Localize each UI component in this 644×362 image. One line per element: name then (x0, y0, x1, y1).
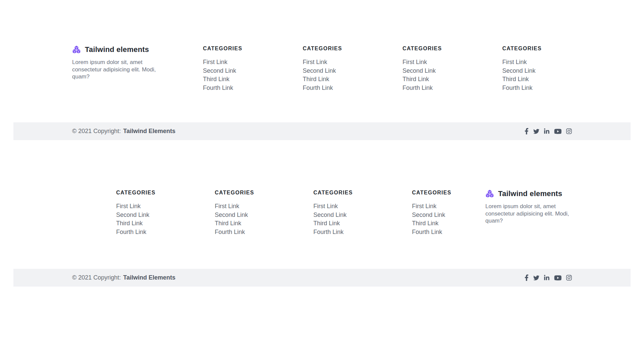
category-link-third[interactable]: Third Link (215, 220, 241, 227)
category-link-fourth[interactable]: Fourth Link (402, 84, 433, 91)
category-link-fourth[interactable]: Fourth Link (303, 84, 333, 91)
copyright-text: © 2021 Copyright:Tailwind Elements (72, 128, 175, 135)
category-link-second[interactable]: Second Link (412, 212, 445, 218)
list-item: Fourth Link (502, 84, 542, 93)
list-item: Second Link (402, 67, 442, 75)
categories-heading: CATEGORIES (203, 45, 243, 52)
facebook-icon[interactable] (525, 275, 529, 281)
footer-brand-right: CATEGORIES First Link Second Link Third … (0, 140, 644, 287)
category-link-second[interactable]: Second Link (203, 67, 236, 74)
facebook-icon[interactable] (525, 128, 529, 134)
list-item: Second Link (215, 211, 254, 220)
instagram-icon[interactable] (566, 275, 572, 281)
category-link-first[interactable]: First Link (502, 59, 527, 65)
category-link-first[interactable]: First Link (116, 203, 141, 209)
category-link-third[interactable]: Third Link (502, 76, 529, 82)
list-item: Third Link (203, 75, 243, 84)
brand-block: Tailwind elements Lorem ipsum dolor sit,… (485, 189, 572, 225)
list-item: First Link (402, 58, 442, 67)
categories-column: CATEGORIES First Link Second Link Third … (203, 45, 243, 92)
youtube-icon[interactable] (554, 275, 562, 281)
category-link-first[interactable]: First Link (215, 203, 239, 209)
list-item: Third Link (502, 75, 542, 84)
categories-column: CATEGORIES First Link Second Link Third … (116, 189, 156, 236)
category-link-fourth[interactable]: Fourth Link (215, 229, 245, 235)
youtube-icon[interactable] (554, 128, 562, 135)
list-item: First Link (215, 202, 254, 211)
linkedin-icon[interactable] (544, 128, 549, 134)
company-link[interactable]: Tailwind Elements (123, 274, 175, 281)
list-item: Fourth Link (303, 84, 342, 93)
list-item: First Link (502, 58, 542, 67)
list-item: Fourth Link (402, 84, 442, 93)
categories-heading: CATEGORIES (502, 45, 542, 52)
cubes-icon (72, 45, 81, 54)
category-link-third[interactable]: Third Link (203, 76, 229, 82)
list-item: Second Link (303, 67, 342, 75)
category-link-third[interactable]: Third Link (412, 220, 438, 227)
category-link-second[interactable]: Second Link (402, 67, 436, 74)
categories-heading: CATEGORIES (303, 45, 342, 52)
category-link-fourth[interactable]: Fourth Link (502, 84, 532, 91)
cubes-icon (485, 189, 494, 198)
category-link-fourth[interactable]: Fourth Link (313, 229, 343, 235)
list-item: Fourth Link (116, 228, 156, 237)
brand-name: Tailwind elements (85, 45, 149, 54)
copyright-prefix: © 2021 Copyright: (72, 274, 121, 281)
linkedin-icon[interactable] (544, 275, 549, 281)
category-link-fourth[interactable]: Fourth Link (116, 229, 146, 235)
category-link-fourth[interactable]: Fourth Link (203, 84, 233, 91)
categories-column: CATEGORIES First Link Second Link Third … (313, 189, 353, 236)
twitter-icon[interactable] (533, 275, 539, 281)
categories-column: CATEGORIES First Link Second Link Third … (303, 45, 342, 92)
categories-column: CATEGORIES First Link Second Link Third … (215, 189, 254, 236)
categories-heading: CATEGORIES (313, 189, 353, 196)
list-item: Second Link (412, 211, 451, 220)
list-item: Fourth Link (215, 228, 254, 237)
social-links (525, 128, 572, 135)
list-item: Second Link (203, 67, 243, 75)
category-link-third[interactable]: Third Link (116, 220, 143, 227)
category-link-second[interactable]: Second Link (502, 67, 535, 74)
list-item: Third Link (313, 219, 353, 228)
list-item: First Link (116, 202, 156, 211)
footer-brand-left: Tailwind elements Lorem ipsum dolor sit,… (0, 0, 644, 140)
brand-block: Tailwind elements Lorem ipsum dolor sit,… (72, 45, 159, 80)
categories-column: CATEGORIES First Link Second Link Third … (402, 45, 442, 92)
list-item: Third Link (215, 219, 254, 228)
category-link-first[interactable]: First Link (203, 59, 227, 65)
list-item: Fourth Link (313, 228, 353, 237)
category-link-first[interactable]: First Link (303, 59, 327, 65)
category-link-third[interactable]: Third Link (303, 76, 329, 82)
list-item: Second Link (313, 211, 353, 220)
brand-description: Lorem ipsum dolor sit, amet consectetur … (72, 59, 158, 80)
categories-heading: CATEGORIES (215, 189, 254, 196)
copyright-bar: © 2021 Copyright:Tailwind Elements (13, 269, 631, 287)
category-link-second[interactable]: Second Link (303, 67, 336, 74)
category-link-first[interactable]: First Link (412, 203, 436, 209)
brand-description: Lorem ipsum dolor sit, amet consectetur … (485, 203, 571, 225)
category-link-second[interactable]: Second Link (215, 212, 248, 218)
company-link[interactable]: Tailwind Elements (123, 128, 175, 134)
category-link-third[interactable]: Third Link (402, 76, 429, 82)
category-link-third[interactable]: Third Link (313, 220, 340, 227)
list-item: First Link (412, 202, 451, 211)
list-item: Fourth Link (412, 228, 451, 237)
instagram-icon[interactable] (566, 128, 572, 134)
category-link-first[interactable]: First Link (402, 59, 427, 65)
list-item: Second Link (502, 67, 542, 75)
list-item: First Link (313, 202, 353, 211)
category-link-first[interactable]: First Link (313, 203, 338, 209)
twitter-icon[interactable] (533, 128, 539, 134)
category-link-second[interactable]: Second Link (116, 212, 149, 218)
list-item: Third Link (402, 75, 442, 84)
category-link-fourth[interactable]: Fourth Link (412, 229, 442, 235)
category-link-second[interactable]: Second Link (313, 212, 346, 218)
categories-heading: CATEGORIES (412, 189, 451, 196)
list-item: First Link (303, 58, 342, 67)
copyright-prefix: © 2021 Copyright: (72, 128, 121, 134)
categories-heading: CATEGORIES (116, 189, 156, 196)
social-links (525, 275, 572, 281)
list-item: Fourth Link (203, 84, 243, 93)
categories-heading: CATEGORIES (402, 45, 442, 52)
